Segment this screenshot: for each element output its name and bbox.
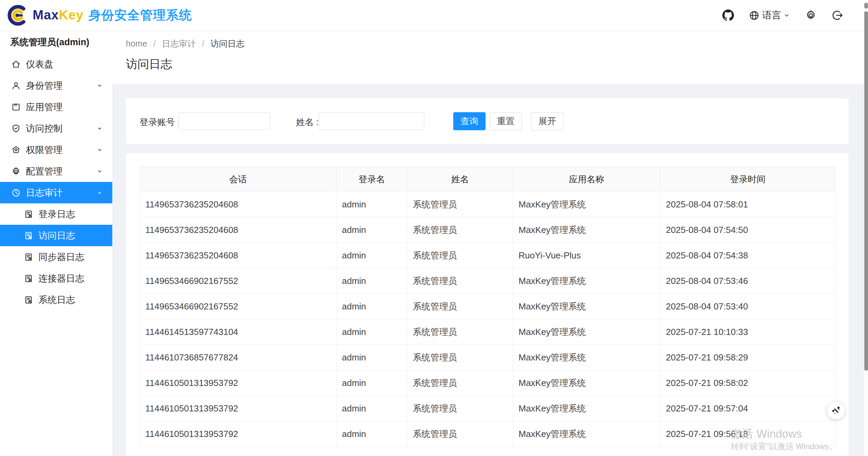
log-icon	[24, 274, 33, 283]
sidebar-item-sync-log[interactable]: 同步器日志	[0, 246, 112, 268]
cell-name: 系统管理员	[407, 192, 513, 217]
sidebar-item-label: 权限管理	[26, 144, 63, 156]
cell-login-name: admin	[337, 370, 407, 396]
cell-login-time: 2025-08-04 07:54:50	[660, 217, 835, 243]
cell-session: 1149653736235204608	[140, 192, 337, 217]
gear-icon[interactable]	[805, 10, 817, 21]
cell-login-time: 2025-08-04 07:54:38	[660, 243, 835, 268]
name-input[interactable]	[319, 112, 424, 130]
sidebar-item-label: 访问日志	[38, 230, 75, 242]
account-input[interactable]	[178, 112, 270, 130]
table-row: 1149653466902167552admin系统管理员MaxKey管理系统2…	[140, 294, 835, 319]
column-header-session: 会话	[140, 167, 337, 192]
sidebar-item-system-log[interactable]: 系统日志	[0, 289, 112, 310]
magic-wand-button[interactable]	[827, 402, 845, 419]
shield-icon	[11, 124, 21, 133]
cell-login-time: 2025-08-04 07:53:40	[660, 294, 835, 319]
cell-session: 1149653466902167552	[140, 294, 337, 319]
cell-login-name: admin	[337, 421, 407, 447]
sidebar-item-connector-log[interactable]: 连接器日志	[0, 268, 112, 289]
sidebar-menu: 仪表盘身份管理应用管理访问控制权限管理配置管理日志审计登录日志访问日志同步器日志…	[0, 53, 112, 310]
sidebar-item-label: 访问控制	[26, 122, 63, 135]
github-icon[interactable]	[722, 10, 734, 21]
magic-wand-icon	[831, 405, 841, 416]
brand-title: 身份安全管理系统	[88, 8, 192, 22]
log-table-card: 会话登录名姓名应用名称登录时间1149653736235204608admin系…	[126, 153, 849, 456]
breadcrumb-section[interactable]: 日志审计	[162, 38, 196, 49]
cell-app-name: MaxKey管理系统	[513, 421, 660, 447]
cell-login-name: admin	[337, 345, 407, 370]
brand-text: MaxKey身份安全管理系统	[33, 7, 192, 24]
sidebar-item-dashboard[interactable]: 仪表盘	[0, 53, 112, 75]
language-label: 语言	[762, 9, 781, 22]
reset-button[interactable]: 重置	[490, 112, 522, 130]
cell-app-name: MaxKey管理系统	[513, 370, 660, 396]
column-header-login-time: 登录时间	[660, 167, 835, 192]
cell-app-name: MaxKey管理系统	[513, 268, 660, 294]
log-icon	[24, 231, 33, 240]
scrollbar-thumb[interactable]	[864, 11, 868, 371]
cell-session: 1149653736235204608	[140, 243, 337, 268]
cell-app-name: RuoYi-Vue-Plus	[513, 243, 660, 268]
cell-name: 系统管理员	[407, 294, 513, 319]
globe-icon	[749, 10, 759, 21]
sidebar-item-permission[interactable]: 权限管理	[0, 139, 112, 161]
cell-name: 系统管理员	[407, 370, 513, 396]
permission-icon	[11, 145, 21, 155]
cell-login-time: 2025-08-04 07:58:01	[660, 192, 835, 217]
expand-button[interactable]: 展开	[531, 112, 563, 130]
windows-activation-hint: 转到“设置”以激活 Windows。	[731, 441, 837, 452]
cell-app-name: MaxKey管理系统	[513, 217, 660, 243]
cell-name: 系统管理员	[407, 243, 513, 268]
sidebar-item-audit[interactable]: 日志审计	[0, 182, 112, 203]
sidebar: 系统管理员(admin) 仪表盘身份管理应用管理访问控制权限管理配置管理日志审计…	[0, 31, 112, 456]
app-icon	[11, 102, 21, 112]
query-button[interactable]: 查询	[453, 112, 486, 130]
table-row: 1149653736235204608admin系统管理员MaxKey管理系统2…	[140, 192, 835, 217]
sidebar-item-access-control[interactable]: 访问控制	[0, 118, 112, 139]
table-row: 1149653736235204608admin系统管理员RuoYi-Vue-P…	[140, 243, 835, 268]
cell-name: 系统管理员	[407, 421, 513, 447]
language-menu[interactable]: 语言	[749, 9, 790, 22]
table-row: 1144614513597743104admin系统管理员MaxKey管理系统2…	[140, 319, 835, 345]
scrollbar-thumb-fragment[interactable]	[864, 3, 868, 9]
chevron-down-icon	[783, 12, 790, 19]
chevron-down-icon	[96, 146, 103, 154]
cell-app-name: MaxKey管理系统	[513, 319, 660, 345]
cell-app-name: MaxKey管理系统	[513, 396, 660, 421]
logout-icon[interactable]	[832, 10, 843, 21]
cell-login-name: admin	[337, 396, 407, 421]
cell-name: 系统管理员	[407, 319, 513, 345]
chevron-down-icon	[96, 82, 103, 89]
table-row: 1144610501313953792admin系统管理员MaxKey管理系统2…	[140, 396, 835, 421]
log-icon	[24, 209, 33, 219]
cell-app-name: MaxKey管理系统	[513, 294, 660, 319]
breadcrumb-home[interactable]: home	[126, 39, 147, 49]
cell-name: 系统管理员	[407, 345, 513, 370]
column-header-app-name: 应用名称	[513, 167, 660, 192]
sidebar-item-label: 日志审计	[26, 187, 63, 199]
brand-logo-link[interactable]: MaxKey身份安全管理系统	[7, 0, 192, 31]
table-row: 1144610501313953792admin系统管理员MaxKey管理系统2…	[140, 370, 835, 396]
breadcrumb: home / 日志审计 / 访问日志	[126, 38, 244, 49]
sidebar-item-config[interactable]: 配置管理	[0, 161, 112, 182]
cell-session: 1144614513597743104	[140, 319, 337, 345]
cell-name: 系统管理员	[407, 396, 513, 421]
cell-login-name: admin	[337, 319, 407, 345]
cell-login-time: 2025-07-21 09:58:29	[660, 345, 835, 370]
cell-session: 1149653736235204608	[140, 217, 337, 243]
page-title: 访问日志	[126, 56, 172, 72]
sidebar-item-access-log[interactable]: 访问日志	[0, 225, 112, 246]
sidebar-item-label: 同步器日志	[38, 251, 84, 263]
sidebar-item-login-log[interactable]: 登录日志	[0, 203, 112, 225]
cell-login-name: admin	[337, 243, 407, 268]
sidebar-item-label: 连接器日志	[38, 272, 84, 285]
cell-login-name: admin	[337, 294, 407, 319]
sidebar-item-identity[interactable]: 身份管理	[0, 75, 112, 96]
log-icon	[24, 252, 33, 262]
cell-login-name: admin	[337, 268, 407, 294]
sidebar-user-title: 系统管理员(admin)	[0, 31, 112, 53]
sidebar-item-application[interactable]: 应用管理	[0, 96, 112, 118]
breadcrumb-current: 访问日志	[210, 38, 244, 49]
cell-login-time: 2025-08-04 07:53:46	[660, 268, 835, 294]
